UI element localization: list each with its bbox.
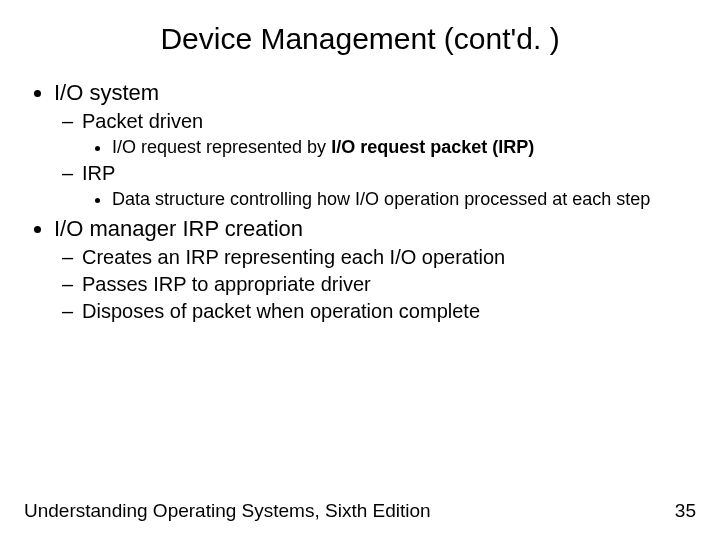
detail-text: Data structure controlling how I/O opera… (112, 189, 650, 209)
slide-body: I/O system Packet driven I/O request rep… (0, 62, 720, 323)
slide: Device Management (cont'd. ) I/O system … (0, 0, 720, 540)
bullet-text: I/O system (54, 80, 159, 105)
sub-passes-irp: Passes IRP to appropriate driver (82, 273, 696, 296)
sub-disposes-packet: Disposes of packet when operation comple… (82, 300, 696, 323)
sub-creates-irp: Creates an IRP representing each I/O ope… (82, 246, 696, 269)
detail-text-bold: I/O request packet (IRP) (331, 137, 534, 157)
subsublist: I/O request represented by I/O request p… (82, 137, 696, 158)
sub-irp: IRP Data structure controlling how I/O o… (82, 162, 696, 210)
sub-text: Creates an IRP representing each I/O ope… (82, 246, 505, 268)
sub-text: Passes IRP to appropriate driver (82, 273, 371, 295)
slide-title: Device Management (cont'd. ) (0, 0, 720, 62)
bullet-io-manager: I/O manager IRP creation Creates an IRP … (54, 216, 696, 323)
bullet-io-system: I/O system Packet driven I/O request rep… (54, 80, 696, 210)
bullet-text: I/O manager IRP creation (54, 216, 303, 241)
sub-text: Disposes of packet when operation comple… (82, 300, 480, 322)
sub-packet-driven: Packet driven I/O request represented by… (82, 110, 696, 158)
sublist: Creates an IRP representing each I/O ope… (54, 246, 696, 323)
detail-irp-structure: Data structure controlling how I/O opera… (112, 189, 696, 210)
page-number: 35 (675, 500, 696, 522)
bullet-list: I/O system Packet driven I/O request rep… (24, 80, 696, 323)
footer: Understanding Operating Systems, Sixth E… (24, 500, 696, 522)
sub-text: IRP (82, 162, 115, 184)
detail-irp-definition: I/O request represented by I/O request p… (112, 137, 696, 158)
subsublist: Data structure controlling how I/O opera… (82, 189, 696, 210)
sublist: Packet driven I/O request represented by… (54, 110, 696, 210)
detail-text-pre: I/O request represented by (112, 137, 331, 157)
sub-text: Packet driven (82, 110, 203, 132)
footer-source: Understanding Operating Systems, Sixth E… (24, 500, 431, 522)
